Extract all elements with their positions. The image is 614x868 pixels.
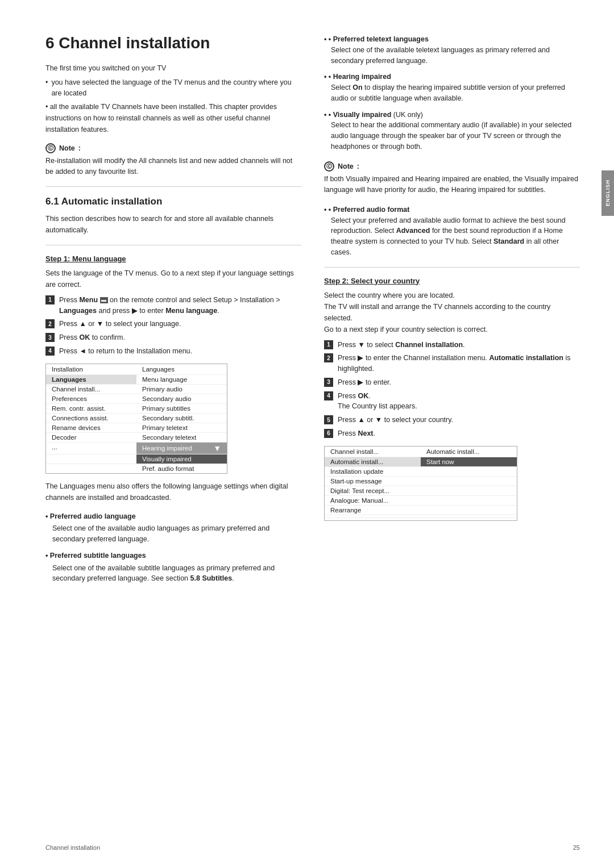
country-cell-left-3: Digital: Test recept... xyxy=(325,486,421,495)
country-cell-left-5: Rearrange xyxy=(325,505,421,515)
note2-text: If both Visually impaired and Hearing im… xyxy=(324,174,580,195)
right-bullet-2: • Visually impaired (UK only) Select to … xyxy=(324,110,580,152)
step2-item-3: 3 Press ▶ to enter. xyxy=(324,377,580,388)
menu-cell-right-2: Secondary audio xyxy=(136,394,227,403)
right-bullet-desc-2: Select to hear the additional commentary… xyxy=(324,120,580,152)
country-cell-left-2: Start-up message xyxy=(325,476,421,486)
step-num-1: 1 xyxy=(45,295,55,304)
right-bullet-3: • Preferred audio format Select your pre… xyxy=(324,205,580,258)
right-column: • Preferred teletext languages Select on… xyxy=(324,34,580,834)
step-num-2: 2 xyxy=(45,319,55,328)
menu-cell-right-4: Secondary subtitl. xyxy=(136,413,227,423)
right-bullet-0: • Preferred teletext languages Select on… xyxy=(324,34,580,66)
menu-cell-right-0: Menu language xyxy=(136,374,227,384)
country-cell-right-5 xyxy=(421,505,517,515)
left-column: 6 Channel installation The first time yo… xyxy=(45,34,301,834)
country-row-0: Automatic install... Start now xyxy=(325,457,517,466)
main-content: 6 Channel installation The first time yo… xyxy=(0,0,614,868)
menu-row-8: Visually impaired xyxy=(46,454,227,464)
country-row-7 xyxy=(325,518,517,520)
menu-cell-right-1: Primary audio xyxy=(136,384,227,394)
intro-line1: The first time you switched on your TV xyxy=(45,62,301,74)
step2-item-4: 4 Press OK.The Country list appears. xyxy=(324,391,580,412)
step2-num-3: 3 xyxy=(324,378,333,387)
menu-cell-left-2: Preferences xyxy=(46,394,136,403)
country-col-header-right: Automatic install... xyxy=(421,446,517,457)
step1-item-4: 4 Press ◄ to return to the Installation … xyxy=(45,346,301,357)
step2-desc: Select the country where you are located… xyxy=(324,290,580,335)
menu-table-header: Installation Languages xyxy=(46,364,227,374)
note-label-2: Ⓒ Note: xyxy=(324,161,580,172)
page-footer: Channel installation 25 xyxy=(45,844,580,851)
divider-2 xyxy=(45,245,301,245)
menu-row-0: Languages Menu language xyxy=(46,374,227,384)
lang-bullet-title-0: Preferred audio language xyxy=(45,511,301,522)
lang-bullet-0: Preferred audio language Select one of t… xyxy=(45,511,301,545)
country-cell-right-7 xyxy=(421,518,517,520)
menu-cell-left-9 xyxy=(46,464,136,473)
chapter-title: 6 Channel installation xyxy=(45,34,210,54)
menu-cell-left-1: Channel install... xyxy=(46,384,136,394)
note-icon-2: Ⓒ xyxy=(324,161,334,172)
side-tab-label: ENGLISH xyxy=(605,180,611,206)
menu-cell-right-3: Primary subtitles xyxy=(136,403,227,413)
menu-row-3: Rem. contr. assist. Primary subtitles xyxy=(46,403,227,413)
step1-item-2: 2 Press ▲ or ▼ to select your language. xyxy=(45,319,301,329)
menu-row-2: Preferences Secondary audio xyxy=(46,394,227,403)
menu-row-9: Pref. audio format xyxy=(46,464,227,473)
step2-num-4: 4 xyxy=(324,391,333,400)
country-row-3: Digital: Test recept... xyxy=(325,486,517,495)
menu-cell-left-6: Decoder xyxy=(46,432,136,442)
right-bullet-desc-1: Select On to display the hearing impaire… xyxy=(324,82,580,104)
country-row-5: Rearrange xyxy=(325,505,517,515)
step2-num-2: 2 xyxy=(324,353,333,362)
step2-item-2: 2 Press ▶ to enter the Channel installat… xyxy=(324,353,580,374)
country-cell-left-7 xyxy=(325,518,421,520)
country-table-header: Channel install... Automatic install... xyxy=(325,446,517,457)
menu-cell-left-4: Connections assist. xyxy=(46,413,136,423)
country-col-header-left: Channel install... xyxy=(325,446,421,457)
step2-num-1: 1 xyxy=(324,340,333,349)
footer-right: 25 xyxy=(573,844,580,851)
right-bullet-desc-0: Select one of the available teletext lan… xyxy=(324,45,580,66)
note-box-2: Ⓒ Note: If both Visually impaired and He… xyxy=(324,161,580,195)
lang-bullet-1: Preferred subtitle languages Select one … xyxy=(45,550,301,584)
menu-col-header-left: Installation xyxy=(46,364,136,374)
country-cell-right-3 xyxy=(421,486,517,495)
country-row-2: Start-up message xyxy=(325,476,517,486)
step1-desc: Sets the language of the TV menus. Go to… xyxy=(45,268,301,290)
divider-right-1 xyxy=(324,267,580,268)
country-cell-right-2 xyxy=(421,476,517,486)
side-tab: ENGLISH xyxy=(601,170,614,216)
country-cell-left-4: Analogue: Manual... xyxy=(325,495,421,505)
menu-cell-left-0: Languages xyxy=(46,374,136,384)
chapter-heading: 6 Channel installation xyxy=(45,34,301,52)
step2-heading: Step 2: Select your country xyxy=(324,277,580,285)
lang-bullet-desc-0: Select one of the available audio langua… xyxy=(45,523,301,545)
step-num-4: 4 xyxy=(45,347,55,356)
country-cell-left-1: Installation update xyxy=(325,466,421,476)
footer-left: Channel installation xyxy=(45,844,100,851)
country-row-1: Installation update xyxy=(325,466,517,476)
right-bullet-title-0: • Preferred teletext languages xyxy=(324,34,580,45)
intro-bullet1: you have selected the language of the TV… xyxy=(45,77,301,99)
step2-list: 1 Press ▼ to select Channel installation… xyxy=(324,340,580,439)
step2-item-5: 5 Press ▲ or ▼ to select your country. xyxy=(324,415,580,425)
note-icon-1: Ⓒ xyxy=(45,143,56,153)
intro-bullet2: • all the available TV Channels have bee… xyxy=(45,101,301,135)
note-label-1: Ⓒ Note: xyxy=(45,143,301,154)
menu-cell-left-8 xyxy=(46,454,136,464)
right-bullet-1: • Hearing impaired Select On to display … xyxy=(324,72,580,103)
country-cell-right-4 xyxy=(421,495,517,505)
right-bullet-desc-3: Select your preferred and available audi… xyxy=(324,215,580,258)
country-cell-right-0: Start now xyxy=(421,457,517,466)
lang-bullet-desc-1: Select one of the available subtitle lan… xyxy=(45,563,301,585)
step2-num-5: 5 xyxy=(324,415,333,424)
step-num-3: 3 xyxy=(45,333,55,342)
menu-cell-right-8: Visually impaired xyxy=(136,454,227,464)
page: ENGLISH 6 Channel installation The first… xyxy=(0,0,614,868)
step2-num-6: 6 xyxy=(324,429,333,438)
step1-item-3: 3 Press OK to confirm. xyxy=(45,332,301,343)
step2-item-1: 1 Press ▼ to select Channel installation… xyxy=(324,340,580,350)
step1-list: 1 Press Menu ▬ on the remote control and… xyxy=(45,295,301,357)
